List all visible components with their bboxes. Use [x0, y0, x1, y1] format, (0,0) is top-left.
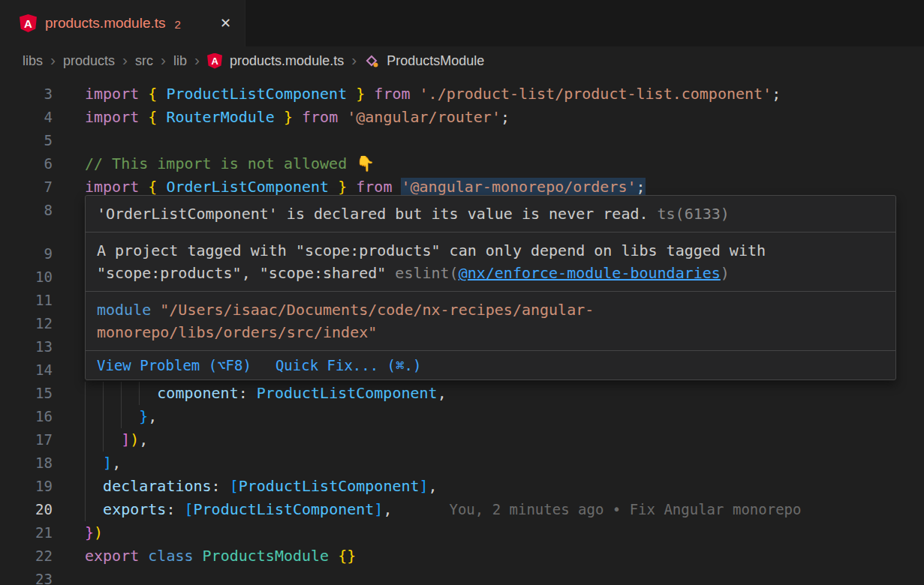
line-content: },: [85, 405, 924, 428]
line-number-16[interactable]: 16: [0, 405, 53, 428]
line-number-10[interactable]: 10: [0, 266, 53, 289]
chevron-right-icon: ›: [50, 52, 56, 70]
breadcrumb-item-lib[interactable]: lib: [173, 53, 187, 69]
line-number-14[interactable]: 14: [0, 358, 53, 382]
module-path-line1: "/Users/isaac/Documents/code/nx-recipes/…: [151, 301, 594, 319]
line-content: declarations: [ProductListComponent],: [85, 475, 924, 498]
breadcrumb-item-symbol[interactable]: ProductsModule: [387, 53, 484, 69]
line-number-17[interactable]: 17: [0, 428, 53, 452]
breadcrumb-item-file[interactable]: products.module.ts: [230, 53, 344, 69]
line-content: component: ProductListComponent,: [85, 382, 924, 405]
indent-guide: [85, 428, 86, 452]
view-problem-action[interactable]: View Problem (⌥F8): [97, 356, 251, 375]
ts-error-message: 'OrderListComponent' is declared but its…: [97, 205, 649, 223]
indent-guide: [121, 405, 122, 428]
module-path-line2: monorepo/libs/orders/src/index": [97, 323, 377, 341]
indent-guide: [139, 382, 140, 405]
eslint-source-suffix: ): [721, 264, 730, 282]
editor[interactable]: 3import { ProductListComponent } from '.…: [0, 75, 924, 585]
line-number-11[interactable]: 11: [0, 289, 53, 312]
line-number-20[interactable]: 20: [0, 498, 53, 521]
angular-icon: A: [207, 53, 222, 69]
line-content: ],: [85, 452, 924, 475]
indent-guide: [103, 382, 104, 405]
indent-guide: [85, 475, 86, 498]
line-number-3[interactable]: 3: [0, 82, 53, 106]
tab-bar: A products.module.ts 2 ✕: [0, 0, 924, 46]
line-number-19[interactable]: 19: [0, 475, 53, 498]
tab-problems-badge: 2: [175, 16, 181, 31]
line-content: ]),: [85, 428, 924, 452]
line-number-4[interactable]: 4: [0, 106, 53, 129]
indent-guide: [85, 498, 86, 521]
line-number-23[interactable]: 23: [0, 568, 53, 585]
eslint-rule-link[interactable]: @nx/enforce-module-boundaries: [459, 264, 721, 282]
code-line-3[interactable]: 3import { ProductListComponent } from '.…: [0, 82, 924, 106]
indent-guide: [103, 428, 104, 452]
code-line-4[interactable]: 4import { RouterModule } from '@angular/…: [0, 106, 924, 129]
line-number-12[interactable]: 12: [0, 312, 53, 335]
chevron-right-icon: ›: [351, 52, 357, 70]
ts-error-code: ts(6133): [658, 205, 730, 223]
code-line-23[interactable]: 23: [0, 568, 924, 585]
code-line-21[interactable]: 21}): [0, 521, 924, 544]
line-number-13[interactable]: 13: [0, 335, 53, 358]
code-line-16[interactable]: 16 },: [0, 405, 924, 428]
code-line-6[interactable]: 6// This import is not allowed 👇: [0, 152, 924, 176]
breadcrumb-item-libs[interactable]: libs: [23, 53, 43, 69]
git-blame-annotation: You, 2 minutes ago • Fix Angular monorep…: [449, 501, 801, 518]
tab-label: products.module.ts: [45, 15, 166, 32]
code-line-19[interactable]: 19 declarations: [ProductListComponent],: [0, 475, 924, 498]
hover-module-info: module "/Users/isaac/Documents/code/nx-r…: [86, 292, 895, 351]
line-number-18[interactable]: 18: [0, 452, 53, 475]
code-line-5[interactable]: 5: [0, 129, 924, 152]
line-content: export class ProductsModule {}: [85, 544, 924, 568]
line-content: // This import is not allowed 👇: [85, 152, 924, 176]
line-number-22[interactable]: 22: [0, 544, 53, 568]
code-line-15[interactable]: 15 component: ProductListComponent,: [0, 382, 924, 405]
breadcrumb-item-src[interactable]: src: [135, 53, 153, 69]
eslint-message-line2: "scope:products", "scope:shared": [97, 264, 395, 282]
indent-guide: [121, 382, 122, 405]
code-line-18[interactable]: 18 ],: [0, 452, 924, 475]
close-icon[interactable]: ✕: [220, 15, 231, 32]
line-content: }): [85, 521, 924, 544]
breadcrumb-item-products[interactable]: products: [63, 53, 115, 69]
code-line-20[interactable]: 20 exports: [ProductListComponent],You, …: [0, 498, 924, 521]
hover-ts-error: 'OrderListComponent' is declared but its…: [86, 196, 895, 232]
line-number-8[interactable]: 8: [0, 199, 53, 222]
quick-fix-action[interactable]: Quick Fix... (⌘.): [275, 356, 421, 375]
line-number-21[interactable]: 21: [0, 521, 53, 544]
line-number-6[interactable]: 6: [0, 152, 53, 176]
line-number-7[interactable]: 7: [0, 176, 53, 199]
indent-guide: [85, 382, 86, 405]
indent-guide: [103, 405, 104, 428]
eslint-message-line1: A project tagged with "scope:products" c…: [97, 242, 766, 260]
indent-guide: [85, 405, 86, 428]
class-symbol-icon: [364, 53, 379, 68]
line-content: exports: [ProductListComponent],You, 2 m…: [85, 498, 924, 521]
breadcrumb: libs › products › src › lib › A products…: [0, 46, 924, 75]
eslint-source-prefix: eslint(: [395, 264, 458, 282]
module-keyword: module: [97, 301, 151, 319]
chevron-right-icon: ›: [122, 52, 128, 70]
line-number-9[interactable]: 9: [0, 242, 53, 266]
hover-popup: 'OrderListComponent' is declared but its…: [85, 195, 896, 380]
angular-icon: A: [20, 14, 37, 32]
line-content: import { RouterModule } from '@angular/r…: [85, 106, 924, 129]
code-line-17[interactable]: 17 ]),: [0, 428, 924, 452]
code-line-22[interactable]: 22export class ProductsModule {}: [0, 544, 924, 568]
line-number-5[interactable]: 5: [0, 129, 53, 152]
tab-products-module[interactable]: A products.module.ts 2 ✕: [0, 0, 245, 46]
vscode-window: A products.module.ts 2 ✕ libs › products…: [0, 0, 924, 585]
chevron-right-icon: ›: [161, 52, 166, 70]
error-squiggle: import { OrderListComponent } from '@ang…: [85, 178, 646, 196]
line-content: import { ProductListComponent } from './…: [85, 82, 924, 106]
indent-guide: [85, 452, 86, 475]
chevron-right-icon: ›: [194, 52, 200, 70]
hover-eslint-error: A project tagged with "scope:products" c…: [86, 232, 895, 292]
hover-actions: View Problem (⌥F8) Quick Fix... (⌘.): [86, 351, 895, 380]
line-number-15[interactable]: 15: [0, 382, 53, 405]
